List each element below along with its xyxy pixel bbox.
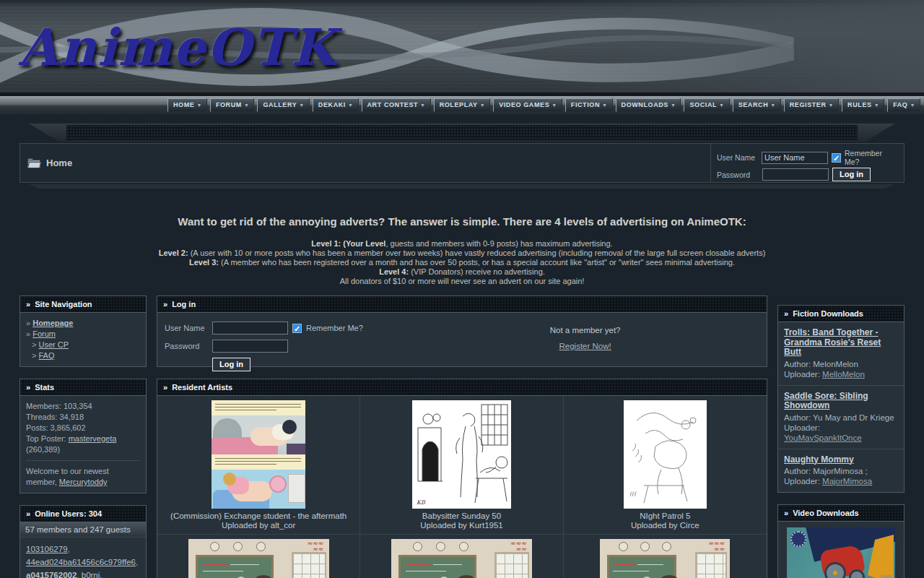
nav-button-video-games[interactable]: VIDEO GAMES▼ bbox=[493, 98, 562, 112]
username-input[interactable] bbox=[762, 152, 828, 164]
chevron-down-icon: ▼ bbox=[829, 103, 834, 108]
login-panel-header: » Log in bbox=[157, 296, 767, 313]
artist-item: ≈≈≈≈≈ bbox=[157, 535, 360, 578]
artwork-caption: (Commission) Exchange student - the afte… bbox=[160, 512, 357, 521]
site-navigation-panel: » Site Navigation » Homepage» Forum> Use… bbox=[19, 296, 147, 367]
nav-button-register[interactable]: REGISTER▼ bbox=[784, 98, 839, 112]
panel-header-arrow: » bbox=[163, 300, 167, 309]
artwork-thumbnail[interactable]: KB bbox=[412, 400, 511, 509]
banner-fade bbox=[520, 0, 924, 96]
fiction-downloads-header: » Fiction Downloads bbox=[778, 306, 904, 322]
nav-button-downloads[interactable]: DOWNLOADS▼ bbox=[616, 98, 681, 112]
chevron-down-icon: ▼ bbox=[244, 103, 250, 108]
fiction-item: Naughty MommyAuthor: MajorMimosa ;Upload… bbox=[778, 449, 904, 493]
nav-button-search[interactable]: SEARCH▼ bbox=[733, 98, 781, 112]
sidebar-link-faq[interactable]: FAQ bbox=[38, 351, 54, 360]
artwork-thumbnail[interactable]: ((( bbox=[624, 400, 707, 509]
chevron-down-icon: ▼ bbox=[299, 103, 305, 108]
resident-artists-header: » Resident Artists bbox=[157, 379, 767, 396]
sidebar-link-forum[interactable]: Forum bbox=[32, 329, 56, 338]
chevron-down-icon: ▼ bbox=[196, 103, 202, 108]
fiction-downloads-title: Fiction Downloads bbox=[793, 309, 863, 318]
fiction-uploader-link[interactable]: MelloMelon bbox=[822, 370, 865, 379]
nav-button-roleplay[interactable]: ROLEPLAY▼ bbox=[434, 98, 491, 112]
site-nav-line: » Forum bbox=[26, 329, 140, 340]
nav-button-fiction[interactable]: FICTION▼ bbox=[565, 98, 613, 112]
resident-artists-title: Resident Artists bbox=[172, 383, 232, 392]
fiction-title-link[interactable]: Saddle Sore: Sibling Showdown bbox=[784, 392, 898, 411]
login-panel-title: Log in bbox=[172, 300, 196, 309]
nav-button-art-contest[interactable]: ART CONTEST▼ bbox=[362, 98, 431, 112]
panel-header-arrow: » bbox=[784, 509, 788, 517]
remember-me-label: Remember Me? bbox=[306, 324, 363, 332]
username-input[interactable] bbox=[212, 322, 288, 335]
nav-button-forum[interactable]: FORUM▼ bbox=[210, 98, 255, 112]
remember-me-checkbox[interactable]: ✓ bbox=[292, 324, 302, 333]
artwork-thumbnail[interactable]: ≈≈≈≈≈ bbox=[600, 539, 730, 578]
artwork-uploader: Uploaded by alt_cor bbox=[160, 521, 357, 530]
site-banner: AnimeOTK bbox=[0, 0, 924, 96]
chevron-down-icon: ▼ bbox=[910, 103, 915, 108]
sidebar-link-user-cp[interactable]: User CP bbox=[38, 340, 69, 349]
video-watermark-badge bbox=[790, 531, 806, 547]
password-input[interactable] bbox=[212, 340, 288, 353]
online-user-link[interactable]: a0415762002 bbox=[26, 571, 77, 578]
site-nav-line: > FAQ bbox=[26, 350, 140, 361]
fiction-title-link[interactable]: Naughty Mommy bbox=[784, 455, 898, 465]
site-logo: AnimeOTK bbox=[19, 17, 336, 77]
login-button[interactable]: Log in bbox=[212, 358, 250, 371]
nav-button-rules[interactable]: RULES▼ bbox=[842, 98, 884, 112]
chevron-down-icon: ▼ bbox=[552, 103, 557, 108]
artwork-thumbnail[interactable]: ≈≈≈≈≈ bbox=[391, 539, 532, 578]
video-downloads-header: » Video Downloads bbox=[778, 505, 904, 522]
fiction-uploader-link[interactable]: YouMaySpankItOnce bbox=[784, 434, 862, 442]
stat-top-poster: Top Poster: mastervegeta bbox=[26, 434, 140, 444]
chevron-down-icon: ▼ bbox=[602, 103, 608, 108]
username-label: User Name bbox=[165, 324, 208, 332]
sidebar-link-homepage[interactable]: Homepage bbox=[32, 319, 73, 327]
fiction-author: Author: MelonMelon bbox=[784, 359, 898, 369]
panel-header-arrow: » bbox=[26, 300, 30, 309]
newest-member-link[interactable]: Mercurytoddy bbox=[59, 478, 108, 486]
remember-me-checkbox[interactable]: ✓ bbox=[832, 153, 841, 163]
online-user-link[interactable]: 44ead024ba61456c6c979ffe6 bbox=[26, 558, 136, 566]
fiction-uploader-line: Uploader: YouMaySpankItOnce bbox=[784, 423, 898, 443]
chevron-down-icon: ▼ bbox=[719, 103, 725, 108]
artwork-signature: ≈≈≈≈≈ bbox=[284, 540, 323, 552]
password-input[interactable] bbox=[762, 168, 829, 181]
notice-level-2: Level 2: (A user with 10 or more posts w… bbox=[0, 249, 924, 258]
stat-threads: Threads: 34,918 bbox=[26, 412, 140, 423]
top-poster-link[interactable]: mastervegeta bbox=[69, 434, 117, 443]
artwork-thumbnail[interactable] bbox=[212, 400, 305, 509]
fiction-item: Saddle Sore: Sibling ShowdownAuthor: Yu … bbox=[778, 386, 904, 449]
home-folder-icon bbox=[27, 158, 40, 168]
online-user-link[interactable]: b0rni bbox=[82, 571, 100, 578]
nav-button-home[interactable]: HOME▼ bbox=[167, 98, 207, 112]
register-now-link[interactable]: Register Now! bbox=[559, 342, 611, 350]
chevron-down-icon: ▼ bbox=[671, 103, 676, 108]
nav-button-gallery[interactable]: GALLERY▼ bbox=[257, 98, 309, 112]
fiction-downloads-list: Trolls: Band Together - Grandma Rosie's … bbox=[778, 322, 904, 492]
site-navigation-title: Site Navigation bbox=[35, 300, 92, 309]
nav-button-faq[interactable]: FAQ▼ bbox=[887, 98, 920, 112]
online-users-title: Online Users: 304 bbox=[35, 509, 102, 518]
notice-level-3: Level 3: (A member who has been register… bbox=[0, 258, 924, 267]
panel-header-arrow: » bbox=[784, 309, 788, 318]
fiction-title-link[interactable]: Trolls: Band Together - Grandma Rosie's … bbox=[784, 328, 898, 358]
artwork-thumbnail[interactable]: ≈≈≈≈≈ bbox=[188, 539, 329, 578]
nav-button-dekaki[interactable]: DEKAKI▼ bbox=[313, 98, 359, 112]
resident-artists-panel: » Resident Artists (Commission) Exchange… bbox=[157, 379, 767, 578]
login-panel: » Log in User Name ✓ Remember Me? Passwo… bbox=[157, 296, 767, 367]
fiction-item: Trolls: Band Together - Grandma Rosie's … bbox=[778, 322, 904, 386]
breadcrumb-bar: Home User Name ✓ Remember Me? Password L… bbox=[19, 143, 905, 183]
left-sidebar: » Site Navigation » Homepage» Forum> Use… bbox=[19, 296, 147, 578]
online-user-link[interactable]: 103106279 bbox=[26, 545, 68, 553]
fiction-uploader-link[interactable]: MajorMimosa bbox=[822, 477, 872, 486]
nav-button-social[interactable]: SOCIAL▼ bbox=[684, 98, 729, 112]
artwork-caption: NIght Patrol 5 bbox=[567, 512, 764, 521]
breadcrumb: Home bbox=[20, 144, 710, 182]
login-button[interactable]: Log in bbox=[832, 168, 871, 181]
artist-item: ((( NIght Patrol 5 Uploaded by Circe bbox=[564, 396, 767, 535]
video-thumbnail[interactable] bbox=[787, 527, 895, 578]
notice-level-4: Level 4: (VIP Donators) receive no adver… bbox=[0, 267, 924, 277]
